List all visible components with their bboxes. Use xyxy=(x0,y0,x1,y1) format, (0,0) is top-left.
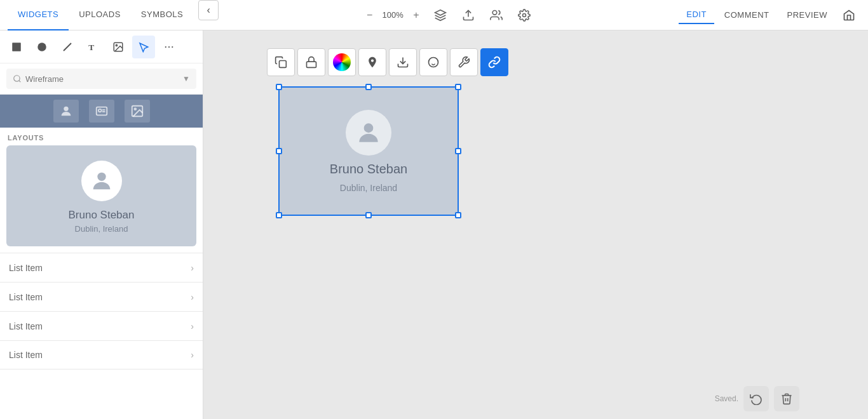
preview-carousel xyxy=(0,95,203,128)
tab-preview[interactable]: PREVIEW xyxy=(780,6,835,23)
svg-point-9 xyxy=(165,46,166,47)
handle-top-right[interactable] xyxy=(455,84,461,90)
list-item-label: List Item xyxy=(9,263,43,273)
svg-point-21 xyxy=(97,173,105,181)
list-item-label: List Item xyxy=(9,321,43,331)
canvas-area[interactable]: Bruno Steban Dublin, Ireland Saved. xyxy=(203,30,868,419)
search-input-wrap[interactable]: ▼ xyxy=(6,69,196,89)
canvas-profile-location: Dublin, Ireland xyxy=(340,183,397,193)
list-item-chevron-icon: › xyxy=(191,321,194,331)
svg-rect-3 xyxy=(12,43,21,51)
handle-bottom-left[interactable] xyxy=(276,212,282,218)
search-input[interactable] xyxy=(25,74,179,84)
svg-point-11 xyxy=(172,46,173,47)
tab-symbols[interactable]: SYMBOLS xyxy=(131,0,193,30)
zoom-in-button[interactable]: + xyxy=(409,8,424,23)
lock-button[interactable] xyxy=(297,48,325,76)
history-button[interactable] xyxy=(743,386,769,411)
handle-top-left[interactable] xyxy=(276,84,282,90)
float-toolbar xyxy=(267,48,508,76)
left-sidebar: T ▼ xyxy=(0,30,203,419)
svg-point-8 xyxy=(116,44,117,46)
preview-person-icon[interactable] xyxy=(53,100,79,123)
svg-point-10 xyxy=(168,46,170,47)
search-icon xyxy=(13,74,22,83)
top-nav: WIDGETS UPLOADS SYMBOLS ‹ − 100% + EDIT … xyxy=(0,0,868,30)
handle-middle-left[interactable] xyxy=(276,148,282,154)
svg-line-5 xyxy=(64,43,71,51)
svg-point-12 xyxy=(14,76,20,81)
svg-point-25 xyxy=(429,58,438,67)
handle-middle-right[interactable] xyxy=(455,148,461,154)
zoom-controls: − 100% + xyxy=(362,4,536,27)
avatar-person-icon xyxy=(89,168,114,194)
list-item-chevron-icon: › xyxy=(191,263,194,273)
mask-button[interactable] xyxy=(419,48,447,76)
line-tool[interactable] xyxy=(56,36,79,58)
tools-button[interactable] xyxy=(450,48,478,76)
list-item[interactable]: List Item › xyxy=(0,340,203,369)
color-wheel-icon xyxy=(333,53,351,71)
svg-point-20 xyxy=(134,108,136,110)
layouts-label: LAYOUTS xyxy=(0,128,203,145)
canvas-inner: Bruno Steban Dublin, Ireland Saved. xyxy=(203,30,837,419)
upload-icon[interactable] xyxy=(457,4,480,27)
svg-point-26 xyxy=(364,123,374,133)
search-bar: ▼ xyxy=(0,63,203,95)
ellipse-tool[interactable] xyxy=(31,36,53,58)
profile-location-preview: Dublin, Ireland xyxy=(75,224,128,234)
handle-bottom-center[interactable] xyxy=(365,212,372,218)
link-button[interactable] xyxy=(480,48,508,76)
svg-point-1 xyxy=(492,10,497,15)
list-item[interactable]: List Item › xyxy=(0,253,203,282)
text-tool[interactable]: T xyxy=(81,36,104,58)
zoom-out-button[interactable]: − xyxy=(362,8,377,23)
more-tools-button[interactable] xyxy=(158,36,180,58)
users-icon[interactable] xyxy=(485,4,508,27)
canvas-card-selected[interactable]: Bruno Steban Dublin, Ireland xyxy=(280,88,458,215)
svg-point-4 xyxy=(37,43,46,51)
canvas-profile-name: Bruno Steban xyxy=(330,162,407,176)
zoom-level: 100% xyxy=(383,10,403,20)
preview-user-card-icon[interactable] xyxy=(89,100,114,123)
layers-icon[interactable] xyxy=(429,4,452,27)
list-item-label: List Item xyxy=(9,292,43,302)
tab-comment[interactable]: COMMENT xyxy=(717,6,777,23)
svg-line-13 xyxy=(19,81,21,83)
tab-widgets[interactable]: WIDGETS xyxy=(8,0,69,30)
copy-button[interactable] xyxy=(267,48,295,76)
list-item-label: List Item xyxy=(9,350,43,360)
preview-gallery-icon[interactable] xyxy=(125,100,150,123)
download-button[interactable] xyxy=(389,48,417,76)
settings-icon[interactable] xyxy=(513,4,536,27)
layouts-section: LAYOUTS Bruno Steban Dublin, Ireland Lis… xyxy=(0,128,203,419)
svg-point-14 xyxy=(64,107,68,111)
home-icon[interactable] xyxy=(837,4,860,27)
handle-bottom-right[interactable] xyxy=(455,212,461,218)
rectangle-tool[interactable] xyxy=(5,36,28,58)
widget-toolbar: T xyxy=(0,30,203,63)
collapse-panel-button[interactable]: ‹ xyxy=(198,0,219,20)
svg-rect-23 xyxy=(307,62,316,67)
profile-card-preview[interactable]: Bruno Steban Dublin, Ireland xyxy=(6,145,196,246)
select-tool[interactable] xyxy=(132,36,155,58)
pin-button[interactable] xyxy=(358,48,386,76)
tab-uploads[interactable]: UPLOADS xyxy=(69,0,131,30)
color-picker-button[interactable] xyxy=(328,48,356,76)
handle-top-center[interactable] xyxy=(365,84,372,90)
image-tool[interactable] xyxy=(107,36,130,58)
list-item[interactable]: List Item › xyxy=(0,282,203,311)
main-layout: T ▼ xyxy=(0,30,868,419)
canvas-avatar xyxy=(346,110,391,156)
svg-point-2 xyxy=(522,13,526,17)
svg-text:T: T xyxy=(88,42,94,51)
delete-button[interactable] xyxy=(774,386,799,411)
canvas-avatar-icon xyxy=(355,119,383,147)
search-chevron-icon: ▼ xyxy=(182,74,190,83)
tab-edit[interactable]: EDIT xyxy=(679,6,714,24)
bottom-right-bar: Saved. xyxy=(715,386,799,411)
svg-rect-22 xyxy=(280,61,287,68)
list-item[interactable]: List Item › xyxy=(0,311,203,340)
nav-tabs-left: WIDGETS UPLOADS SYMBOLS ‹ xyxy=(8,0,219,30)
profile-name-preview: Bruno Steban xyxy=(69,209,135,222)
